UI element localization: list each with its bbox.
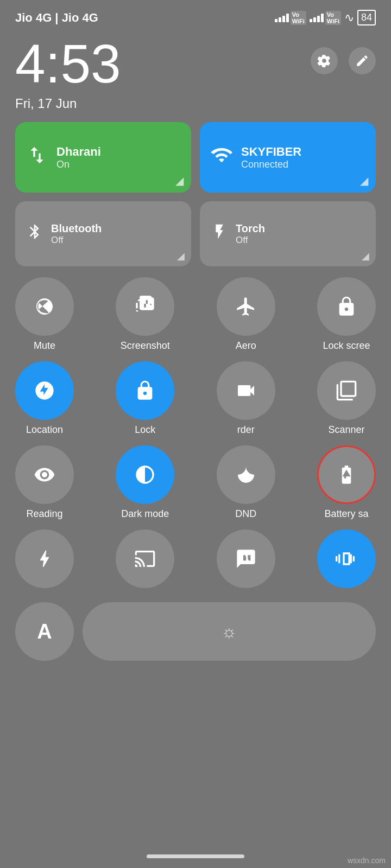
location-tile[interactable]: Location: [15, 361, 74, 436]
aeroplane-tile[interactable]: Aero: [217, 277, 275, 352]
battery-saver-tile[interactable]: Battery sa: [317, 445, 376, 520]
clock-block: 4:53 Fri, 17 Jun: [15, 36, 121, 111]
mobile-data-tile[interactable]: Dharani On ◢: [15, 122, 191, 193]
brightness-icon: ☼: [221, 622, 237, 642]
mute-icon: [15, 277, 74, 336]
rotation-lock-label: Lock: [135, 424, 155, 436]
cast-icon: [116, 529, 174, 588]
dark-mode-label: Dark mode: [121, 508, 169, 520]
scanner-icon: [317, 361, 376, 420]
torch-name: Torch: [236, 222, 265, 235]
lockscreen-label: Lock scree: [323, 340, 370, 352]
torch-text: Torch Off: [236, 222, 265, 246]
clock-area: 4:53 Fri, 17 Jun: [0, 31, 391, 122]
reading-tile[interactable]: Reading: [15, 445, 74, 520]
small-tiles-row-2: Location Lock rder Scan: [15, 361, 376, 436]
settings-icon[interactable]: [311, 47, 338, 74]
small-tiles-row-3: Reading Dark mode DND B: [15, 445, 376, 520]
watermark: wsxdn.com: [348, 856, 386, 865]
screenshot-label: Screenshot: [121, 340, 170, 352]
aeroplane-label: Aero: [236, 340, 256, 352]
screen-recorder-label: rder: [237, 424, 255, 436]
lockscreen-tile[interactable]: Lock scree: [317, 277, 376, 352]
vibrate-icon: [317, 529, 376, 588]
wifi-tile-icon: [211, 144, 232, 171]
small-tiles-row-1: Mute Screenshot Aero Lo: [15, 277, 376, 352]
clock-date: Fri, 17 Jun: [15, 96, 121, 111]
bluetooth-name: Bluetooth: [51, 222, 102, 235]
torch-arrow: ◢: [362, 250, 369, 262]
font-size-tile[interactable]: A: [15, 602, 74, 661]
dnd-label: DND: [235, 508, 256, 520]
small-tiles-row-4: [15, 529, 376, 592]
signal-bars-1: [275, 14, 289, 22]
power-saving-icon: [15, 529, 74, 588]
screen-recorder-tile[interactable]: rder: [217, 361, 275, 436]
bottom-controls: A ☼: [15, 602, 376, 661]
bluetooth-icon: [26, 223, 43, 245]
large-tiles-row: Dharani On ◢ SKYFIBER Connected ◢: [15, 122, 376, 193]
bar2: [279, 17, 281, 22]
brightness-slider[interactable]: ☼: [83, 602, 376, 661]
wifi-tile[interactable]: SKYFIBER Connected ◢: [200, 122, 376, 193]
location-label: Location: [26, 424, 63, 436]
torch-icon: [211, 223, 228, 245]
reading-label: Reading: [26, 508, 62, 520]
screenshot-icon: [116, 277, 174, 336]
wifi-name: SKYFIBER: [241, 145, 301, 159]
clock-time: 4:53: [15, 36, 121, 91]
rotation-lock-icon: [116, 361, 174, 420]
nfc-icon: [217, 529, 275, 588]
bluetooth-tile[interactable]: Bluetooth Off ◢: [15, 201, 191, 266]
wifi-arrow: ◢: [360, 174, 368, 187]
cast-tile[interactable]: [116, 529, 174, 592]
vo-badge-2: VoWiFi: [325, 11, 341, 25]
status-bar: Jio 4G | Jio 4G VoWiFi VoWiFi ∿ 84: [0, 0, 391, 31]
dark-mode-icon: [116, 445, 174, 504]
wifi-status: Connected: [241, 159, 301, 170]
wifi-status-icon: ∿: [344, 11, 354, 25]
scanner-tile[interactable]: Scanner: [317, 361, 376, 436]
bar3: [282, 16, 285, 22]
lockscreen-icon: [317, 277, 376, 336]
screen-recorder-icon: [217, 361, 275, 420]
signal-bars-2: [310, 14, 324, 22]
bar3: [317, 16, 320, 22]
battery-icon: 84: [357, 10, 376, 25]
wifi-text: SKYFIBER Connected: [241, 145, 301, 170]
mobile-data-status: On: [56, 159, 101, 170]
bar4: [286, 14, 289, 22]
bluetooth-arrow: ◢: [177, 250, 185, 262]
dark-mode-tile[interactable]: Dark mode: [116, 445, 174, 520]
power-saving-tile[interactable]: [15, 529, 74, 592]
dnd-icon: [217, 445, 275, 504]
signal-group-2: VoWiFi: [310, 11, 341, 25]
home-indicator[interactable]: [147, 854, 244, 858]
vibrate-tile[interactable]: [317, 529, 376, 592]
location-icon: [15, 361, 74, 420]
torch-status: Off: [236, 235, 265, 246]
screenshot-tile[interactable]: Screenshot: [116, 277, 174, 352]
battery-level: 84: [361, 12, 372, 23]
bar2: [313, 17, 316, 22]
bluetooth-text: Bluetooth Off: [51, 222, 102, 246]
clock-action-icons: [311, 36, 376, 74]
bluetooth-status: Off: [51, 235, 102, 246]
font-size-label: A: [37, 620, 52, 643]
torch-tile[interactable]: Torch Off ◢: [200, 201, 376, 266]
bar1: [310, 19, 312, 22]
bar4: [321, 14, 324, 22]
medium-tiles-row: Bluetooth Off ◢ Torch Off ◢: [15, 201, 376, 266]
mobile-data-name: Dharani: [56, 145, 101, 159]
mute-tile[interactable]: Mute: [15, 277, 74, 352]
reading-icon: [15, 445, 74, 504]
edit-icon[interactable]: [349, 47, 376, 74]
bar1: [275, 19, 278, 22]
nfc-tile[interactable]: [217, 529, 275, 592]
dnd-tile[interactable]: DND: [217, 445, 275, 520]
status-icons: VoWiFi VoWiFi ∿ 84: [275, 10, 376, 25]
aeroplane-icon: [217, 277, 275, 336]
vo-badge-1: VoWiFi: [291, 11, 306, 25]
mobile-data-text: Dharani On: [56, 145, 101, 170]
rotation-lock-tile[interactable]: Lock: [116, 361, 174, 436]
